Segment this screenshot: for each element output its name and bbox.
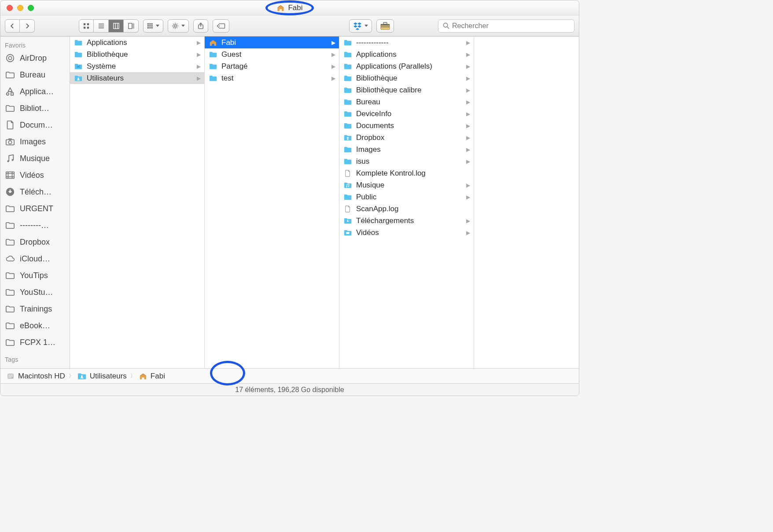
path-crumb-0[interactable]: Macintosh HD [7, 372, 65, 381]
folder-grey-icon [5, 287, 15, 297]
share-button[interactable] [193, 19, 208, 33]
sidebar-item-label: Musique [20, 154, 50, 163]
sidebar-tags-header: Tags [0, 353, 70, 364]
file-row[interactable]: ScanApp.log [339, 203, 474, 215]
sidebar-item[interactable]: --------… [0, 217, 70, 234]
file-row-label: ------------- [356, 38, 462, 47]
disclosure-arrow-icon: ▶ [466, 75, 470, 81]
search-field[interactable] [438, 19, 574, 33]
folder-video-icon [344, 229, 352, 236]
file-row[interactable]: Téléchargements▶ [339, 215, 474, 227]
sidebar-item-label: eBook… [20, 321, 50, 330]
tags-button[interactable] [213, 19, 229, 33]
sidebar-item[interactable]: YouStu… [0, 284, 70, 301]
folder-users-icon [74, 75, 82, 82]
disclosure-arrow-icon: ▶ [466, 40, 470, 46]
sidebar-item-label: AirDrop [20, 54, 47, 63]
disclosure-arrow-icon: ▶ [466, 194, 470, 200]
file-row[interactable]: Musique▶ [339, 179, 474, 191]
sidebar-item[interactable]: Téléch… [0, 183, 70, 200]
sidebar-item[interactable]: FCPX 1… [0, 334, 70, 351]
file-row[interactable]: Applications▶ [339, 48, 474, 60]
file-row[interactable]: Bureau▶ [339, 96, 474, 108]
file-row[interactable]: Applications (Parallels)▶ [339, 60, 474, 72]
sidebar-item-label: FCPX 1… [20, 338, 55, 347]
file-row[interactable]: Bibliothèque▶ [70, 48, 204, 60]
sidebar-item[interactable]: Vidéos [0, 167, 70, 183]
file-row[interactable]: Public▶ [339, 191, 474, 203]
status-text: 17 éléments, 196,28 Go disponible [235, 386, 344, 394]
file-row[interactable]: Bibliothèque calibre▶ [339, 84, 474, 96]
sidebar-item[interactable]: AirDrop [0, 50, 70, 66]
file-row[interactable]: Guest▶ [205, 48, 339, 60]
window-title-text: Fabi [288, 4, 302, 12]
sidebar-item[interactable]: Applica… [0, 83, 70, 100]
sidebar-item[interactable]: Musique [0, 150, 70, 167]
sidebar-item-label: --------… [20, 221, 49, 230]
sidebar-item[interactable]: iCloud… [0, 250, 70, 267]
sidebar-item[interactable]: Bibliot… [0, 100, 70, 117]
sidebar-item-label: Téléch… [20, 187, 52, 197]
sidebar-item[interactable]: eBook… [0, 317, 70, 334]
file-row[interactable]: Utilisateurs▶ [70, 72, 204, 84]
file-row[interactable]: Applications▶ [70, 37, 204, 48]
path-crumb-2[interactable]: Fabi [139, 372, 165, 381]
view-list-button[interactable] [94, 19, 109, 33]
path-crumb-1[interactable]: Utilisateurs [77, 372, 127, 381]
file-row[interactable]: Dropbox▶ [339, 132, 474, 143]
file-row[interactable]: isus▶ [339, 155, 474, 167]
view-columns-button[interactable] [109, 19, 124, 33]
file-row-label: Applications (Parallels) [356, 62, 462, 71]
sidebar-item[interactable]: URGENT [0, 200, 70, 217]
file-row-label: Vidéos [356, 228, 462, 237]
file-row[interactable]: Komplete Kontrol.log [339, 167, 474, 179]
file-row[interactable]: Documents▶ [339, 120, 474, 132]
file-row[interactable]: -------------▶ [339, 37, 474, 48]
file-row-label: Documents [356, 121, 462, 130]
file-row-label: Dropbox [356, 133, 462, 142]
zoom-window-button[interactable] [28, 5, 34, 11]
file-row[interactable]: Fabi▶ [205, 37, 339, 48]
sidebar-item[interactable]: YouTips [0, 267, 70, 284]
file-icon [344, 170, 352, 177]
sidebar-item[interactable]: Bureau [0, 66, 70, 83]
back-button[interactable] [5, 19, 20, 33]
search-input[interactable] [452, 22, 570, 30]
minimize-window-button[interactable] [17, 5, 23, 11]
file-row-label: Bureau [356, 98, 462, 106]
window-title: Fabi [276, 4, 302, 12]
close-window-button[interactable] [7, 5, 13, 11]
file-row[interactable]: Images▶ [339, 143, 474, 155]
view-icons-button[interactable] [79, 19, 94, 33]
folder-icon [209, 63, 217, 70]
grid-icon [83, 23, 89, 29]
forward-button[interactable] [20, 19, 35, 33]
file-row[interactable]: DeviceInfo▶ [339, 108, 474, 120]
group-by-menu[interactable] [143, 19, 163, 33]
sidebar-item[interactable]: Dropbox [0, 234, 70, 250]
dropbox-menu[interactable] [349, 19, 372, 33]
file-row-label: Images [356, 145, 462, 154]
disclosure-arrow-icon: ▶ [466, 63, 470, 70]
file-row[interactable]: Système▶ [70, 60, 204, 72]
file-row[interactable]: Bibliothèque▶ [339, 72, 474, 84]
action-menu[interactable] [168, 19, 189, 33]
folder-grey-icon [5, 270, 15, 281]
file-row-label: Guest [221, 50, 327, 59]
file-row[interactable]: Vidéos▶ [339, 227, 474, 238]
sidebar-item[interactable]: Images [0, 133, 70, 150]
file-row[interactable]: Partagé▶ [205, 60, 339, 72]
hd-icon [7, 373, 15, 380]
folder-icon [209, 75, 217, 82]
chevron-left-icon [10, 23, 15, 29]
file-row[interactable]: test▶ [205, 72, 339, 84]
status-bar: 17 éléments, 196,28 Go disponible [0, 383, 579, 396]
folder-users-icon [77, 373, 86, 380]
file-row-label: Public [356, 193, 462, 202]
view-gallery-button[interactable] [124, 19, 139, 33]
sidebar-item[interactable]: Docum… [0, 117, 70, 133]
folder-grey-icon [5, 70, 15, 80]
sidebar-item[interactable]: Trainings [0, 301, 70, 317]
toolbox-button[interactable] [376, 19, 394, 33]
folder-icon [344, 39, 352, 46]
